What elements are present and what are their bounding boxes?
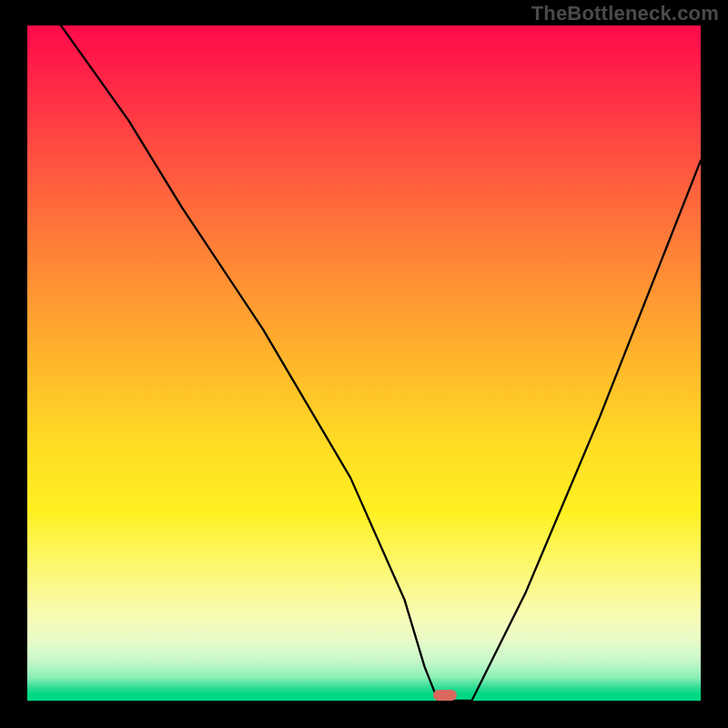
bottleneck-curve bbox=[61, 25, 701, 701]
chart-frame: TheBottleneck.com bbox=[0, 0, 728, 728]
optimal-marker bbox=[433, 690, 457, 701]
plot-area bbox=[27, 25, 701, 701]
watermark-text: TheBottleneck.com bbox=[531, 2, 719, 25]
curve-svg bbox=[27, 25, 701, 701]
